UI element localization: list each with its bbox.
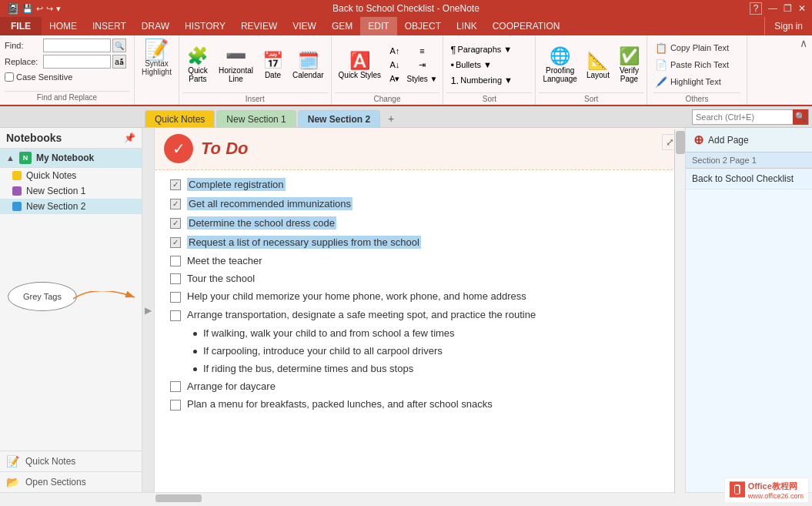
find-go-button[interactable]: 🔍 xyxy=(112,39,126,52)
checkbox-8[interactable] xyxy=(170,310,181,321)
menu-gem[interactable]: GEM xyxy=(324,17,360,35)
tab-quick-notes[interactable]: Quick Notes xyxy=(145,110,215,127)
checkbox-4[interactable]: ✓ xyxy=(170,237,181,248)
insert-group: 🧩 Quick Parts ➖ Horizontal Line 📅 Date 🗓… xyxy=(179,35,332,105)
bullet-item-1: If walking, walk your child to and from … xyxy=(170,327,669,339)
font-decrease-button[interactable]: A↓ xyxy=(386,59,403,71)
section-header: Section 2 Page 1 xyxy=(686,152,812,169)
checkbox-5[interactable] xyxy=(170,256,181,266)
search-input[interactable] xyxy=(693,112,793,122)
notebook-item[interactable]: ▲ N My Notebook xyxy=(0,149,142,168)
sidebar-pin-icon[interactable]: 📌 xyxy=(124,132,135,143)
quick-access-save[interactable]: 💾 xyxy=(22,4,33,14)
menu-insert[interactable]: INSERT xyxy=(85,17,134,35)
quick-access-redo[interactable]: ↪ xyxy=(46,4,53,14)
add-page-button[interactable]: ⊕ Add Page xyxy=(686,128,812,152)
tab-section2[interactable]: New Section 2 xyxy=(298,110,380,127)
sidebar-footer: 📝 Quick Notes 📂 Open Sections xyxy=(0,451,142,492)
insert-group-label: Insert xyxy=(182,92,328,103)
tab-add-button[interactable]: + xyxy=(382,110,400,127)
sidebar-footer-open-sections[interactable]: 📂 Open Sections xyxy=(0,471,142,492)
minimize-button[interactable]: — xyxy=(768,3,777,14)
page-scrollbar[interactable] xyxy=(674,129,685,494)
font-color-button[interactable]: A▾ xyxy=(386,72,403,85)
checkbox-7[interactable] xyxy=(170,292,181,303)
highlight-text-button[interactable]: 🖊️ Highlight Text xyxy=(653,75,740,89)
notebook-expand-icon[interactable]: ▲ xyxy=(6,153,15,163)
checklist-text-1: Complete registration xyxy=(187,178,286,191)
search-go-button[interactable]: 🔍 xyxy=(793,109,808,125)
page-nav-left[interactable]: ▶ xyxy=(142,128,155,492)
case-sensitive-checkbox[interactable] xyxy=(5,72,14,82)
menu-link[interactable]: LINK xyxy=(449,17,485,35)
others-group-label: Others xyxy=(653,92,740,103)
tab-section1[interactable]: New Section 1 xyxy=(216,110,296,127)
checklist-text-8: Arrange transportation, designate a safe… xyxy=(187,309,536,320)
paragraphs-button[interactable]: ¶ Paragraphs ▼ xyxy=(446,42,532,57)
bullets-button[interactable]: • Bullets ▼ xyxy=(446,58,532,72)
menu-file[interactable]: FILE xyxy=(0,17,42,35)
menu-view[interactable]: VIEW xyxy=(285,17,324,35)
page-header: ✓ To Do ⤢ xyxy=(155,128,684,170)
page-content: ✓ To Do ⤢ ✓ Complete registration ✓ Get … xyxy=(155,128,685,492)
sidebar-section-quick-notes[interactable]: Quick Notes xyxy=(0,168,142,183)
verify-page-button[interactable]: ✅ Verify Page xyxy=(615,44,643,85)
section1-color-dot xyxy=(12,186,22,196)
ribbon-collapse-button[interactable]: ∧ xyxy=(795,35,812,51)
notebook-label: My Notebook xyxy=(36,152,94,163)
checkbox-9[interactable] xyxy=(170,381,181,392)
checkbox-6[interactable] xyxy=(170,273,181,284)
align-left-button[interactable]: ≡ xyxy=(404,45,439,57)
help-button[interactable]: ? xyxy=(750,2,762,15)
checklist-item-10: Plan a menu for breakfasts, packed lunch… xyxy=(170,398,669,410)
syntax-highlight-button[interactable]: 📝 Syntax Highlight xyxy=(138,37,175,103)
quick-parts-button[interactable]: 🧩 Quick Parts xyxy=(182,44,213,85)
quick-access-undo[interactable]: ↩ xyxy=(36,4,43,14)
checkbox-1[interactable]: ✓ xyxy=(170,179,181,190)
horizontal-line-button[interactable]: ➖ Horizontal Line xyxy=(215,44,257,85)
sidebar-section-new-section-1[interactable]: New Section 1 xyxy=(0,183,142,199)
checklist-text-7: Help your child memorize your home phone… xyxy=(187,290,526,302)
menu-edit[interactable]: EDIT xyxy=(360,17,396,35)
syntax-highlight-label: Syntax Highlight xyxy=(142,59,172,76)
checkbox-2[interactable]: ✓ xyxy=(170,199,181,209)
page-list-item[interactable]: Back to School Checklist xyxy=(686,169,812,189)
bullet-dot-1 xyxy=(193,332,197,336)
horizontal-scroll-bar[interactable] xyxy=(0,492,812,503)
sidebar-section-new-section-2[interactable]: New Section 2 xyxy=(0,199,142,214)
menu-history[interactable]: HISTORY xyxy=(177,17,233,35)
replace-input[interactable] xyxy=(43,55,111,69)
menu-object[interactable]: OBJECT xyxy=(397,17,449,35)
close-button[interactable]: ✕ xyxy=(798,3,806,14)
checkbox-10[interactable] xyxy=(170,400,181,410)
date-button[interactable]: 📅 Date xyxy=(259,49,287,82)
checklist-item-6: Tour the school xyxy=(170,273,669,284)
proofing-language-button[interactable]: 🌐 Proofing Language xyxy=(539,44,581,85)
menu-home[interactable]: HOME xyxy=(42,17,85,35)
style-dropdown-button[interactable]: Styles ▼ xyxy=(404,73,439,85)
paste-rich-text-button[interactable]: 📄 Paste Rich Text xyxy=(653,58,740,72)
change-group: 🅰️ Quick Styles A↑ A↓ A▾ ≡ ⇥ Styles ▼ Ch… xyxy=(332,35,444,105)
numbering-button[interactable]: 1. Numbering ▼ xyxy=(446,73,532,88)
menu-draw[interactable]: DRAW xyxy=(134,17,177,35)
checkbox-3[interactable]: ✓ xyxy=(170,218,181,229)
menu-review[interactable]: REVIEW xyxy=(233,17,285,35)
customize-qat[interactable]: ▾ xyxy=(56,4,61,14)
menu-cooperation[interactable]: COOPERATION xyxy=(485,17,568,35)
syntax-highlight-group: 📝 Syntax Highlight xyxy=(135,35,179,105)
find-input[interactable] xyxy=(43,39,111,52)
watermark-site: Office教程网 xyxy=(748,481,804,492)
page-body: ✓ Complete registration ✓ Get all recomm… xyxy=(155,170,684,421)
replace-go-button[interactable]: aắ xyxy=(112,55,126,69)
checklist-item-2: ✓ Get all recommended immunizations xyxy=(170,197,669,210)
layout-button[interactable]: 📐 Layout xyxy=(583,49,613,82)
restore-button[interactable]: ❐ xyxy=(784,3,792,14)
calendar-button[interactable]: 🗓️ Calendar xyxy=(289,49,328,82)
sort-group-label: Sort xyxy=(446,92,532,103)
copy-plain-text-button[interactable]: 📋 Copy Plain Text xyxy=(653,41,740,55)
sign-in-button[interactable]: Sign in xyxy=(764,17,812,35)
sidebar-footer-quick-notes[interactable]: 📝 Quick Notes xyxy=(0,451,142,471)
quick-styles-button[interactable]: 🅰️ Quick Styles xyxy=(335,49,386,82)
font-increase-button[interactable]: A↑ xyxy=(386,45,403,57)
indent-button[interactable]: ⇥ xyxy=(404,59,439,72)
